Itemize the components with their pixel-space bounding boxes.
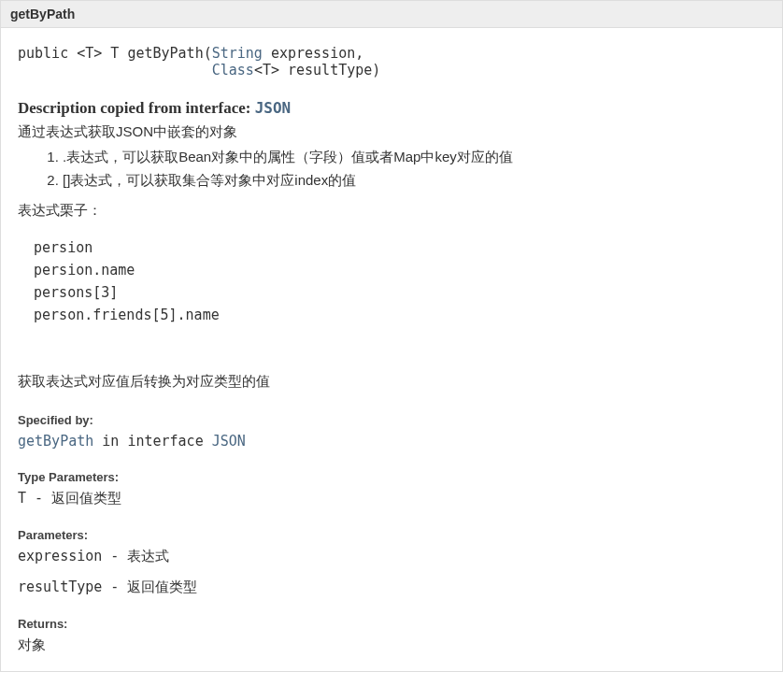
expression-list: .表达式，可以获取Bean对象中的属性（字段）值或者Map中key对应的值 []… [63,145,765,193]
specified-by-in: in interface [93,433,211,450]
sig-modifiers: public <T> T [18,45,127,62]
sig-method-name: getByPath [127,45,203,62]
param-name: resultType [18,579,102,595]
type-param-line: T - 返回值类型 [18,490,765,507]
specified-by-interface[interactable]: JSON [212,433,246,450]
list-item: .表达式，可以获取Bean对象中的属性（字段）值或者Map中key对应的值 [63,145,765,169]
type-param-sep: - [26,490,51,507]
sig-param2-type[interactable]: Class [212,62,254,79]
sig-param2-generic: <T> [254,62,279,79]
param-line: resultType - 返回值类型 [18,579,765,596]
desc-copied-text: Description copied from interface: [18,99,255,117]
specified-by-link[interactable]: getByPath [18,433,93,450]
sig-paren-open: ( [204,45,212,62]
param-line: expression - 表达式 [18,548,765,565]
sig-indent [18,62,212,79]
example-label: 表达式栗子： [18,202,765,220]
sig-param1-name: expression, [263,45,363,62]
sig-param2-name: resultType) [279,62,380,79]
specified-by-label: Specified by: [18,413,765,427]
param-desc: 返回值类型 [127,579,197,594]
description-copied-label: Description copied from interface: JSON [18,99,765,118]
parameters-label: Parameters: [18,528,765,542]
returns-value: 对象 [18,636,765,654]
desc-copied-link[interactable]: JSON [255,99,292,117]
param-sep: - [102,548,127,564]
method-doc-container: getByPath public <T> T getByPath(String … [0,0,783,672]
returns-label: Returns: [18,617,765,631]
example-code-block: persion persion.name persons[3] person.f… [25,236,765,349]
method-header: getByPath [1,1,782,28]
method-signature: public <T> T getByPath(String expression… [18,45,765,79]
type-param-desc: 返回值类型 [51,490,121,506]
type-parameters-label: Type Parameters: [18,470,765,484]
specified-by-line: getByPath in interface JSON [18,433,765,450]
type-param-name: T [18,490,26,507]
sig-param1-type[interactable]: String [212,45,263,62]
method-body: public <T> T getByPath(String expression… [1,28,782,671]
method-name-header: getByPath [10,7,75,21]
param-desc: 表达式 [127,548,169,564]
after-example-text: 获取表达式对应值后转换为对应类型的值 [18,373,765,391]
param-name: expression [18,548,102,564]
param-sep: - [102,579,127,595]
description-main: 通过表达式获取JSON中嵌套的对象 [18,121,765,143]
list-item: []表达式，可以获取集合等对象中对应index的值 [63,168,765,193]
